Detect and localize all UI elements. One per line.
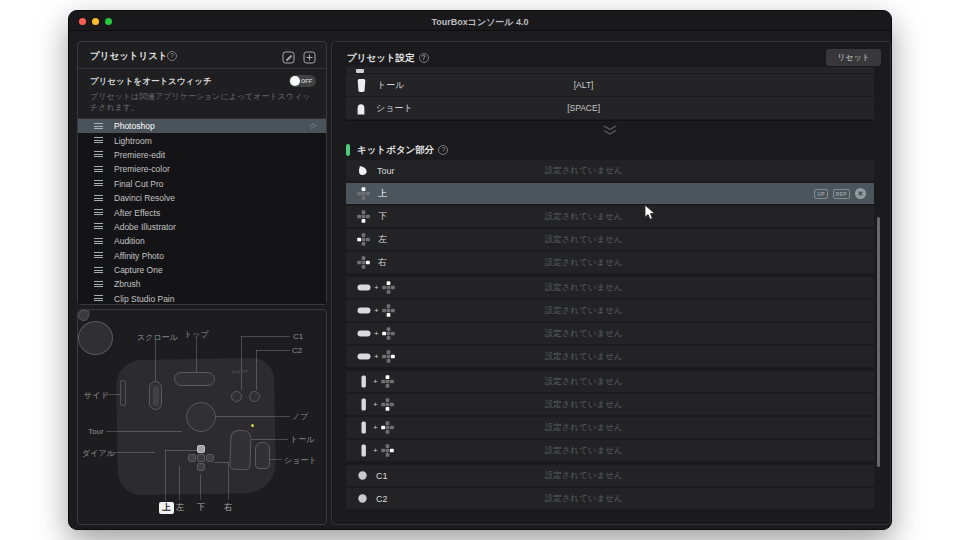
kit-row-bar+dpad-left[interactable]: + 設定されていません <box>346 417 874 438</box>
kit-row-pill+dpad-down[interactable]: + 設定されていません <box>346 300 874 321</box>
preset-item-affinity-photo[interactable]: Affinity Photo <box>78 249 326 263</box>
preset-item-clip-studio-pain[interactable]: Clip Studio Pain <box>78 292 326 304</box>
callout-line <box>179 466 180 500</box>
preset-item-lightroom[interactable]: Lightroom <box>78 133 326 147</box>
mode-badge[interactable]: UP <box>814 189 828 199</box>
callout-line <box>200 474 201 500</box>
kit-row-左[interactable]: 左設定されていません <box>346 229 874 250</box>
kit-row-bar+dpad-up[interactable]: + 設定されていません <box>346 371 874 392</box>
toggle-knob <box>290 76 300 86</box>
row-icon-group: + <box>357 327 395 340</box>
preset-item-premiere-edit[interactable]: Premiere-edit <box>78 148 326 162</box>
drag-handle-icon[interactable] <box>94 238 103 245</box>
kit-button-rows: Tour設定されていません 上UPREP✕ 下設定されていません 左設定されてい… <box>346 160 874 509</box>
plus-combo-icon: + <box>373 400 378 409</box>
label-dial: ダイアル <box>82 448 115 459</box>
kit-section-help-icon[interactable]: ? <box>438 145 448 155</box>
callout-line <box>208 416 290 417</box>
kit-row-bar+dpad-down[interactable]: + 設定されていません <box>346 394 874 415</box>
drag-handle-icon[interactable] <box>94 180 103 187</box>
drag-handle-icon[interactable] <box>94 252 103 259</box>
drag-handle-icon[interactable] <box>94 123 103 130</box>
preset-item-premiere-color[interactable]: Premiere-color <box>78 162 326 176</box>
callout-line <box>214 462 228 463</box>
drag-handle-icon[interactable] <box>94 209 103 216</box>
favorite-star-icon[interactable]: ☆ <box>309 121 317 131</box>
kit-row-C2[interactable]: C2設定されていません <box>346 488 874 509</box>
partial-row <box>346 67 874 73</box>
row-label: 上 <box>378 187 387 200</box>
preset-name: Clip Studio Pain <box>114 294 174 304</box>
preset-settings-help-icon[interactable]: ? <box>419 53 429 63</box>
vertical-scrollbar[interactable] <box>877 217 880 467</box>
preset-item-photoshop[interactable]: Photoshop☆ <box>78 119 326 133</box>
device-diagram-panel: tourbox スクロール トップ C1 C2 サイド ノブ Tour トール … <box>77 309 327 525</box>
device-short-button <box>255 442 270 469</box>
reset-button[interactable]: リセット <box>826 49 881 66</box>
preset-item-after-effects[interactable]: After Effects <box>78 205 326 219</box>
dpad-left-icon <box>357 233 370 246</box>
preset-name: Audition <box>114 236 145 246</box>
kit-row-右[interactable]: 右設定されていません <box>346 252 874 273</box>
drag-handle-icon[interactable] <box>94 137 103 144</box>
preset-item-zbrush[interactable]: Zbrush <box>78 277 326 291</box>
row-icon-group <box>355 78 368 93</box>
device-dpad-left <box>188 454 196 462</box>
preset-item-adobe-illustrator[interactable]: Adobe Illustrator <box>78 220 326 234</box>
bar-icon <box>357 398 370 411</box>
kit-row-pill+dpad-up[interactable]: + 設定されていません <box>346 277 874 298</box>
device-side-button <box>120 380 126 406</box>
kit-row-下[interactable]: 下設定されていません <box>346 206 874 227</box>
preset-item-final-cut-pro[interactable]: Final Cut Pro <box>78 177 326 191</box>
mode-badge[interactable]: REP <box>833 189 850 199</box>
row-icon-group: + <box>357 444 394 457</box>
callout-line <box>165 450 166 501</box>
label-side: サイド <box>84 390 109 401</box>
preset-item-audition[interactable]: Audition <box>78 234 326 248</box>
kit-row-pill+dpad-right[interactable]: + 設定されていません <box>346 346 874 367</box>
drag-handle-icon[interactable] <box>94 151 103 158</box>
preset-name: Zbrush <box>114 279 140 289</box>
preset-item-davinci-resolve[interactable]: Davinci Resolve <box>78 191 326 205</box>
clear-binding-icon[interactable]: ✕ <box>855 188 866 199</box>
section-accent-bar <box>346 144 350 156</box>
kit-row-bar+dpad-right[interactable]: + 設定されていません <box>346 440 874 461</box>
tour-icon <box>357 165 369 177</box>
preset-list: Photoshop☆LightroomPremiere-editPremiere… <box>78 118 326 304</box>
drag-handle-icon[interactable] <box>94 223 103 230</box>
chevron-double-down-icon[interactable] <box>601 125 619 136</box>
setting-row-tall[interactable]: トール[ALT] <box>346 74 874 96</box>
add-preset-icon[interactable] <box>303 50 316 63</box>
settings-scroll-area[interactable]: トール[ALT] ショート[SPACE] キットボタン部分 ? Tour設定され… <box>346 67 874 518</box>
button-rows-top: トール[ALT] ショート[SPACE] <box>346 74 874 119</box>
device-scroll-wheel <box>149 381 162 410</box>
preset-name: After Effects <box>114 208 160 218</box>
drag-handle-icon[interactable] <box>94 281 103 288</box>
device-dpad-center <box>197 454 205 462</box>
preset-name: Capture One <box>114 265 163 275</box>
plus-combo-icon: + <box>374 306 379 315</box>
callout-line <box>196 338 197 372</box>
drag-handle-icon[interactable] <box>94 295 103 302</box>
label-tour: Tour <box>88 427 104 436</box>
row-binding-value: 設定されていません <box>545 234 623 246</box>
dpad-right-icon <box>357 256 370 269</box>
drag-handle-icon[interactable] <box>94 166 103 173</box>
row-icon-group <box>357 493 368 504</box>
drag-handle-icon[interactable] <box>94 267 103 274</box>
row-icon-group <box>355 102 367 115</box>
setting-row-short[interactable]: ショート[SPACE] <box>346 97 874 119</box>
drag-handle-icon[interactable] <box>94 195 103 202</box>
autoswitch-toggle[interactable]: OFF <box>289 75 316 87</box>
dpad-down-icon <box>357 210 370 223</box>
edit-preset-icon[interactable] <box>282 50 295 63</box>
kit-row-pill+dpad-left[interactable]: + 設定されていません <box>346 323 874 344</box>
kit-row-Tour[interactable]: Tour設定されていません <box>346 160 874 181</box>
kit-row-上[interactable]: 上UPREP✕ <box>346 183 874 204</box>
preset-list-help-icon[interactable]: ? <box>167 51 177 61</box>
callout-line <box>256 350 257 390</box>
preset-item-capture-one[interactable]: Capture One <box>78 263 326 277</box>
dpad-down-icon <box>381 398 394 411</box>
kit-row-C1[interactable]: C1設定されていません <box>346 465 874 486</box>
label-dpad-right: 右 <box>224 502 233 514</box>
